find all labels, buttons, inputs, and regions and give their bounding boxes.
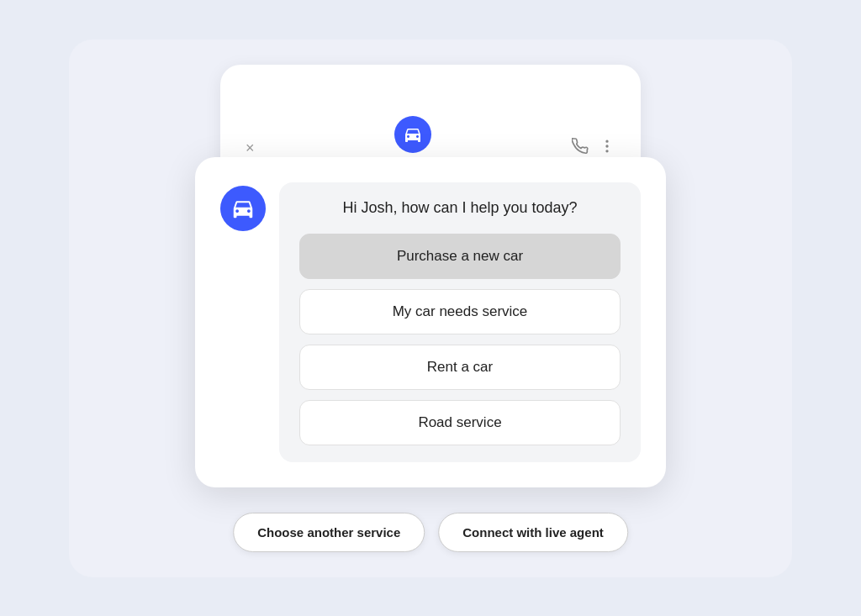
bottom-actions: Choose another service Connect with live…: [233, 513, 628, 552]
close-icon[interactable]: ×: [246, 140, 255, 157]
svg-point-1: [606, 145, 608, 147]
option-rent-a-car[interactable]: Rent a car: [299, 345, 621, 390]
connect-live-agent-button[interactable]: Connect with live agent: [438, 513, 628, 552]
header-icons: [572, 138, 615, 159]
car-icon: [403, 124, 423, 145]
outer-background: × CAR4U available 24/7: [69, 39, 792, 577]
bot-avatar-large: [220, 186, 266, 231]
bot-avatar-small: [394, 116, 431, 153]
greeting-text: Hi Josh, how can I help you today?: [299, 199, 621, 217]
message-area: Hi Josh, how can I help you today? Purch…: [279, 182, 641, 462]
chat-panel: Hi Josh, how can I help you today? Purch…: [195, 157, 666, 487]
menu-icon[interactable]: [599, 138, 615, 159]
chat-panel-inner: Hi Josh, how can I help you today? Purch…: [220, 182, 641, 462]
phone-icon[interactable]: [572, 138, 589, 159]
choose-another-service-button[interactable]: Choose another service: [233, 513, 425, 552]
svg-point-0: [606, 140, 608, 142]
option-purchase-new-car[interactable]: Purchase a new car: [299, 234, 621, 279]
svg-point-2: [606, 150, 608, 152]
option-road-service[interactable]: Road service: [299, 400, 621, 445]
car-icon-large: [230, 196, 256, 221]
option-my-car-needs-service[interactable]: My car needs service: [299, 289, 621, 334]
